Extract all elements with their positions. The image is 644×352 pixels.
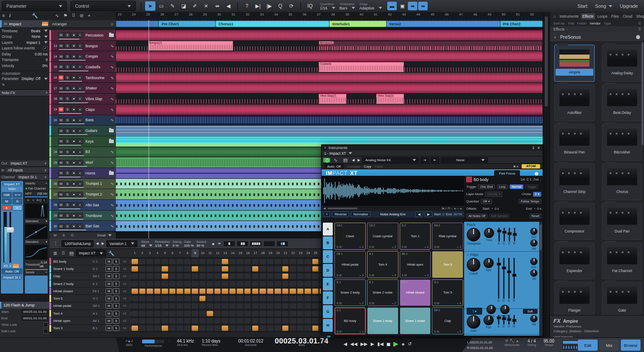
track-row-b3[interactable]: 24MS●◐B3∿ — [49, 147, 116, 158]
effect-tile-flanger[interactable]: Flanger — [554, 282, 595, 318]
automation-parameter-row[interactable]: Parameter Display: Off — [0, 76, 49, 82]
knob-vel[interactable]: Vel — [530, 315, 538, 326]
waveform-scroll-row[interactable]: ◀ ▶ L R ⌕ ▲—▲ — [322, 206, 464, 211]
midi-out-icon[interactable]: ⇤ — [431, 157, 440, 163]
solo-button[interactable]: S — [64, 117, 70, 123]
add-sample-button[interactable]: + — [323, 211, 330, 217]
close-icon[interactable]: ✕ — [537, 146, 540, 150]
forward-button[interactable]: ▶▶ — [360, 341, 368, 347]
step-6[interactable] — [169, 281, 176, 287]
step-1[interactable] — [131, 259, 138, 264]
arranger-track-header[interactable]: Arranger ♫ — [49, 20, 116, 28]
follow-tempo-button[interactable]: Follow Tempo — [519, 199, 541, 204]
browser-scrollbar[interactable] — [641, 42, 644, 145]
arranger-section[interactable] — [116, 21, 158, 27]
step-7[interactable] — [176, 325, 183, 331]
list-icon[interactable]: ≣ — [51, 250, 59, 257]
step-23[interactable] — [297, 296, 304, 301]
step-17[interactable] — [252, 259, 259, 264]
track-row-bongos[interactable]: 13MS●◐Bongos∿ — [49, 41, 116, 52]
step-17[interactable] — [252, 288, 259, 294]
track-row-cowbells[interactable]: 15MS●◐Cowbells∿ — [49, 62, 116, 73]
browser-tab-cloud[interactable]: Cloud — [621, 13, 634, 19]
step-grid[interactable] — [131, 295, 327, 302]
sample-end-value[interactable]: 98759 — [453, 212, 462, 216]
cutoff-knob[interactable] — [467, 258, 480, 272]
solo-button[interactable]: S — [64, 75, 70, 80]
pad-tom-5[interactable]: G 1Tom 5S M◐ 4 — [432, 279, 463, 306]
autoscroll-button[interactable]: ▶| — [253, 1, 263, 11]
pad-bank-G[interactable]: G — [323, 305, 333, 318]
step-25[interactable] — [312, 296, 319, 301]
next-variation-button[interactable]: ▶ — [101, 242, 105, 245]
compressor-preset-row[interactable]: Standard▾ — [24, 219, 49, 224]
step-number-14[interactable]: 14 — [229, 249, 237, 257]
step-15[interactable] — [237, 311, 243, 316]
step-25[interactable] — [312, 311, 319, 316]
event-start-row[interactable]: Start00025.01.01.00 — [0, 309, 49, 315]
record-arm-button[interactable]: ● — [71, 64, 77, 70]
step-9[interactable] — [191, 266, 198, 272]
step-12[interactable] — [214, 259, 221, 264]
step-11[interactable] — [207, 273, 213, 279]
step-14[interactable] — [229, 318, 236, 324]
pointer-tool[interactable]: ➤ — [145, 1, 155, 11]
pattern-row-snare-2-body[interactable]: Snare 2 bodyE 1MS481/16 — [49, 280, 327, 288]
step-1[interactable] — [131, 281, 138, 287]
effect-tile-chorus[interactable]: Chorus — [602, 163, 642, 200]
adsr-a[interactable]: A — [497, 228, 501, 246]
effect-tile-ampire[interactable]: Ampire — [554, 45, 595, 82]
step-7[interactable] — [176, 259, 183, 264]
step-forward-button[interactable]: ▶ — [371, 341, 374, 347]
step-23[interactable] — [297, 303, 304, 309]
step-24[interactable] — [304, 311, 311, 316]
step-grid[interactable] — [131, 317, 327, 324]
step-20[interactable] — [274, 266, 281, 272]
step-16[interactable] — [244, 318, 251, 324]
step-24[interactable] — [304, 303, 311, 309]
marker-flag-icon[interactable]: ⚑ — [61, 12, 70, 20]
row-solo-button[interactable]: S — [113, 281, 119, 287]
step-11[interactable] — [207, 325, 213, 331]
step-11[interactable] — [207, 288, 213, 294]
env-knob[interactable] — [530, 258, 538, 265]
step-9[interactable] — [191, 288, 198, 294]
step-13[interactable] — [222, 273, 228, 279]
pad-solo-mute[interactable]: S M — [337, 274, 342, 277]
normalize-button[interactable]: Normalize — [351, 211, 371, 217]
slider-handle[interactable] — [507, 270, 511, 273]
pad-output[interactable]: ◐ 2 — [392, 302, 396, 305]
eq-graph-2[interactable] — [25, 245, 48, 260]
metronome-control[interactable]: ⚒ 🔨 ▲Metronome — [504, 339, 519, 347]
step-number-9[interactable]: 9 — [191, 249, 199, 257]
vertical-scrollbar[interactable] — [543, 12, 550, 337]
wrench-icon[interactable]: 🔧 — [106, 250, 116, 257]
step-11[interactable] — [207, 311, 213, 316]
lane-tambourine[interactable] — [116, 73, 543, 83]
d-slider[interactable] — [502, 315, 505, 324]
step-21[interactable] — [282, 288, 289, 294]
step-8[interactable] — [184, 259, 191, 264]
pattern-row-hihat-pedal[interactable]: HiHat pedalG# 1MS481/16 — [49, 303, 327, 310]
step-13[interactable] — [222, 311, 228, 316]
step-9[interactable] — [191, 303, 198, 309]
knob-env[interactable]: Env — [530, 228, 538, 239]
step-10[interactable] — [199, 266, 206, 272]
pattern-instrument-select[interactable]: Impact XT — [76, 250, 106, 257]
solo-button[interactable]: S — [64, 138, 70, 144]
fat-channel-tab-g[interactable]: G — [26, 198, 30, 202]
step-19[interactable] — [267, 303, 274, 309]
event-end-row[interactable]: End00031.01.01.00 — [0, 315, 49, 321]
step-number-12[interactable]: 12 — [214, 249, 222, 257]
monitor-button[interactable]: ◐ — [77, 223, 83, 229]
solo-button[interactable]: S — [64, 202, 70, 208]
slider-handle[interactable] — [513, 233, 517, 236]
mute-button[interactable]: M — [58, 149, 64, 155]
field-value[interactable]: 0 — [46, 58, 48, 62]
step-13[interactable] — [222, 325, 228, 331]
r-slider[interactable] — [513, 228, 516, 242]
step-16[interactable] — [244, 296, 251, 301]
monitor-button[interactable]: ◐ — [77, 213, 83, 218]
inspector-field-velocity[interactable]: Velocity0% — [0, 63, 49, 69]
step-19[interactable] — [267, 259, 274, 264]
